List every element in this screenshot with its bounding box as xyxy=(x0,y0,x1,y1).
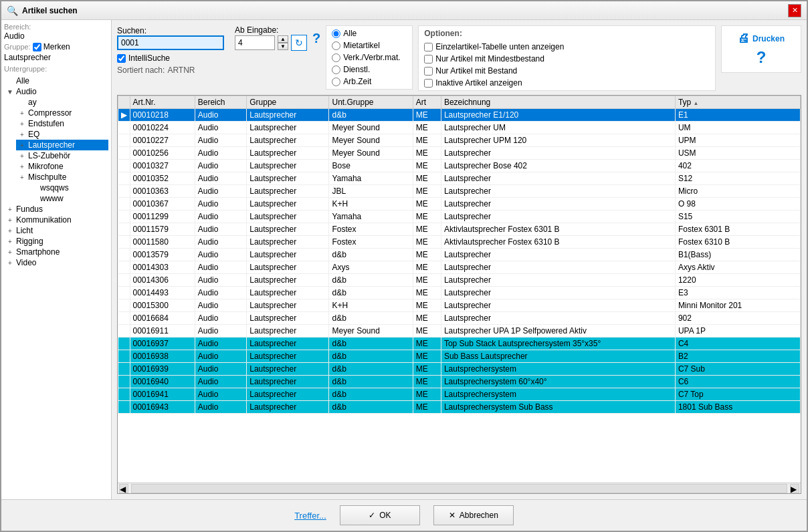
close-button[interactable]: ✕ xyxy=(788,4,801,17)
option-bestand-row: Nur Artikel mit Bestand xyxy=(424,66,710,76)
col-arrow[interactable] xyxy=(118,96,130,109)
radio-dienstl-label[interactable]: Dienstl. xyxy=(332,65,407,74)
col-art[interactable]: Art xyxy=(413,96,441,109)
tree-label-audio: Audio xyxy=(16,87,37,96)
print-button[interactable]: 🖨 Drucken xyxy=(738,31,785,45)
table-row[interactable]: 00014493 Audio Lautsprecher d&b ME Lauts… xyxy=(118,287,801,299)
table-row[interactable]: ▶ 00010218 Audio Lautsprecher d&b ME Lau… xyxy=(118,109,801,122)
table-row[interactable]: 00010363 Audio Lautsprecher JBL ME Lauts… xyxy=(118,185,801,198)
table-row[interactable]: 00016939 Audio Lautsprecher d&b ME Lauts… xyxy=(118,363,801,376)
tree-item-wsqqws[interactable]: wsqqws xyxy=(28,182,108,193)
intellisuche-checkbox[interactable] xyxy=(117,54,126,63)
table-row[interactable]: 00014306 Audio Lautsprecher d&b ME Lauts… xyxy=(118,274,801,287)
treffer-link[interactable]: Treffer... xyxy=(294,505,326,525)
help2-button[interactable]: ? xyxy=(756,48,767,67)
row-arrow xyxy=(118,287,130,299)
radio-dienstl[interactable] xyxy=(332,65,340,74)
table-row[interactable]: 00016940 Audio Lautsprecher d&b ME Lauts… xyxy=(118,376,801,388)
table-wrapper[interactable]: Art.Nr. Bereich Gruppe Unt.Gruppe Art Be… xyxy=(118,96,801,483)
radio-alle-label[interactable]: Alle xyxy=(332,29,407,38)
tree-item-compressor[interactable]: + Compressor xyxy=(16,108,108,118)
table-row[interactable]: 00010224 Audio Lautsprecher Meyer Sound … xyxy=(118,122,801,134)
tree-item-ay[interactable]: ay xyxy=(16,97,108,108)
tree-item-fundus[interactable]: + Fundus xyxy=(4,204,108,215)
title-bar-left: 🔍 Artikel suchen xyxy=(7,5,78,16)
row-bezeichnung: Lautsprecher xyxy=(441,185,675,198)
table-row[interactable]: 00016943 Audio Lautsprecher d&b ME Lauts… xyxy=(118,401,801,414)
col-bereich[interactable]: Bereich xyxy=(195,96,246,109)
radio-mietartikel[interactable] xyxy=(332,41,340,50)
table-row[interactable]: 00010256 Audio Lautsprecher Meyer Sound … xyxy=(118,147,801,160)
help-button[interactable]: ? xyxy=(312,31,320,46)
tree-item-kommunikation[interactable]: + Kommunikation xyxy=(4,215,108,225)
col-bezeichnung[interactable]: Bezeichnung xyxy=(441,96,675,109)
tree-item-licht[interactable]: + Licht xyxy=(4,225,108,236)
tree-item-mikrofone[interactable]: + Mikrofone xyxy=(16,161,108,172)
table-row[interactable]: 00016938 Audio Lautsprecher d&b ME Sub B… xyxy=(118,350,801,363)
row-typ: 1801 Sub Bass xyxy=(675,401,800,414)
tree-item-smartphone[interactable]: + Smartphone xyxy=(4,247,108,257)
radio-arb-zeit[interactable] xyxy=(332,78,340,86)
tree-item-rigging[interactable]: + Rigging xyxy=(4,236,108,247)
table-row[interactable]: 00010227 Audio Lautsprecher Meyer Sound … xyxy=(118,134,801,147)
tree-item-lautsprecher[interactable]: + Lautsprecher xyxy=(16,140,108,150)
radio-mietartikel-label[interactable]: Mietartikel xyxy=(332,41,407,50)
radio-verk-label[interactable]: Verk./Verbr.mat. xyxy=(332,53,407,62)
table-row[interactable]: 00016911 Audio Lautsprecher Meyer Sound … xyxy=(118,325,801,338)
row-bereich: Audio xyxy=(195,350,246,363)
search-input[interactable] xyxy=(117,35,224,50)
row-arrow xyxy=(118,223,130,236)
row-gruppe: Lautsprecher xyxy=(247,299,329,312)
horizontal-scrollbar[interactable] xyxy=(131,484,787,493)
refresh-button[interactable]: ↻ xyxy=(291,35,307,51)
tree-item-mischpulte[interactable]: + Mischpulte xyxy=(16,172,108,182)
tree-item-eq[interactable]: + EQ xyxy=(16,129,108,140)
table-row[interactable]: 00013579 Audio Lautsprecher d&b ME Lauts… xyxy=(118,249,801,261)
spin-up-button[interactable]: ▲ xyxy=(278,35,288,43)
tree-item-ls-zubehor[interactable]: + LS-Zubehör xyxy=(16,150,108,161)
intellisuche-checkbox-label[interactable]: IntelliSuche xyxy=(117,53,170,63)
spin-down-button[interactable]: ▼ xyxy=(278,43,288,50)
scroll-right-button[interactable]: ▶ xyxy=(790,484,799,493)
radio-alle[interactable] xyxy=(332,29,340,38)
table-row[interactable]: 00016684 Audio Lautsprecher d&b ME Lauts… xyxy=(118,312,801,325)
row-gruppe: Lautsprecher xyxy=(247,274,329,287)
table-row[interactable]: 00010327 Audio Lautsprecher Bose ME Laut… xyxy=(118,160,801,172)
option-inaktive-checkbox[interactable] xyxy=(424,79,433,88)
tree-label-ay: ay xyxy=(28,98,37,107)
table-row[interactable]: 00014303 Audio Lautsprecher Axys ME Laut… xyxy=(118,261,801,274)
row-gruppe: Lautsprecher xyxy=(247,122,329,134)
scroll-left-button[interactable]: ◀ xyxy=(119,484,128,493)
col-gruppe[interactable]: Gruppe xyxy=(247,96,329,109)
ab-eingabe-input[interactable] xyxy=(235,35,275,50)
tree-item-audio[interactable]: ▼ Audio xyxy=(4,86,108,97)
row-gruppe: Lautsprecher xyxy=(247,236,329,249)
row-art: ME xyxy=(413,160,441,172)
row-bezeichnung: Lautsprecher xyxy=(441,261,675,274)
table-row[interactable]: 00015300 Audio Lautsprecher K+H ME Lauts… xyxy=(118,299,801,312)
table-row[interactable]: 00016941 Audio Lautsprecher d&b ME Lauts… xyxy=(118,388,801,401)
row-art: ME xyxy=(413,376,441,388)
row-gruppe: Lautsprecher xyxy=(247,109,329,122)
table-row[interactable]: 00011579 Audio Lautsprecher Fostex ME Ak… xyxy=(118,223,801,236)
col-artnr[interactable]: Art.Nr. xyxy=(130,96,195,109)
table-row[interactable]: 00011580 Audio Lautsprecher Fostex ME Ak… xyxy=(118,236,801,249)
table-row[interactable]: 00010352 Audio Lautsprecher Yamaha ME La… xyxy=(118,172,801,185)
col-unt-gruppe[interactable]: Unt.Gruppe xyxy=(329,96,413,109)
col-typ[interactable]: Typ ▲ xyxy=(675,96,800,109)
radio-arb-zeit-label[interactable]: Arb.Zeit xyxy=(332,77,407,86)
table-row[interactable]: 00016937 Audio Lautsprecher d&b ME Top S… xyxy=(118,338,801,350)
table-row[interactable]: 00011299 Audio Lautsprecher Yamaha ME La… xyxy=(118,211,801,223)
radio-verk[interactable] xyxy=(332,53,340,62)
abbrechen-button[interactable]: ✕ Abbrechen xyxy=(433,505,514,525)
option-einzelartikel-checkbox[interactable] xyxy=(424,43,433,51)
ok-button[interactable]: ✓ OK xyxy=(340,505,420,525)
tree-item-wwww[interactable]: wwww xyxy=(28,193,108,204)
tree-item-alle[interactable]: Alle xyxy=(4,76,108,86)
option-mindestbestand-checkbox[interactable] xyxy=(424,55,433,63)
tree-item-endstufen[interactable]: + Endstufen xyxy=(16,118,108,129)
merken-checkbox[interactable] xyxy=(33,43,41,51)
table-row[interactable]: 00010367 Audio Lautsprecher K+H ME Lauts… xyxy=(118,198,801,211)
option-bestand-checkbox[interactable] xyxy=(424,67,433,76)
tree-item-video[interactable]: + Video xyxy=(4,257,108,268)
